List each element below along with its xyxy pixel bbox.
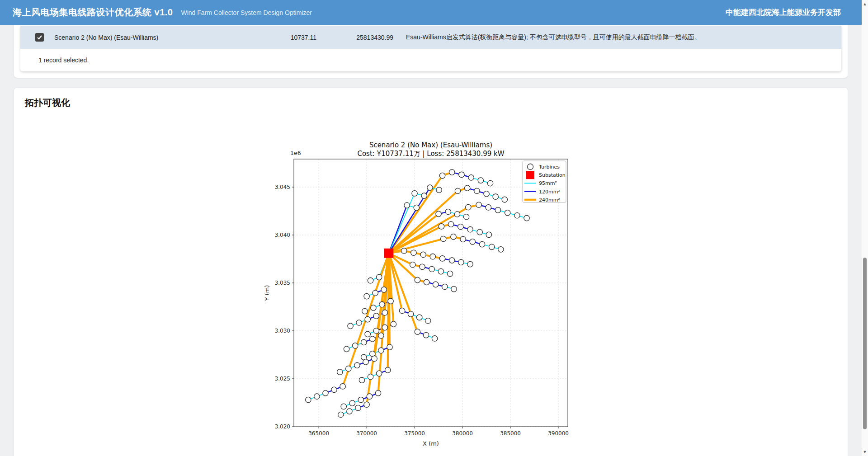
turbine-marker	[372, 356, 377, 361]
turbine-marker	[382, 324, 387, 330]
turbine-marker	[364, 293, 369, 299]
turbine-marker	[404, 202, 410, 208]
turbine-marker	[338, 412, 344, 417]
turbine-marker	[331, 387, 337, 392]
results-card: Scenario 2 (No Max) (Esau-Williams) 1073…	[14, 25, 848, 78]
scrollbar[interactable]: ▲ ▼	[862, 0, 868, 456]
turbine-marker	[364, 402, 369, 407]
turbine-marker	[399, 308, 405, 313]
turbine-marker	[448, 221, 453, 227]
y-tick-label: 3.040	[275, 232, 290, 238]
turbine-marker	[451, 234, 456, 240]
legend-turbine-icon	[528, 164, 533, 170]
turbine-marker	[359, 377, 364, 383]
turbine-marker	[421, 193, 427, 198]
turbine-marker	[514, 213, 520, 218]
turbine-marker	[439, 173, 445, 178]
topology-plot: 3650003700003750003800003850003900003.02…	[243, 126, 618, 456]
turbine-marker	[354, 362, 360, 368]
table-footer: 1 record selected.	[20, 49, 841, 71]
turbine-marker	[442, 284, 448, 289]
turbine-marker	[388, 298, 393, 304]
turbine-marker	[436, 187, 442, 193]
turbine-marker	[478, 178, 483, 183]
turbine-marker	[460, 236, 466, 242]
turbine-marker	[356, 320, 362, 325]
turbine-marker	[498, 247, 504, 252]
turbine-marker	[474, 188, 480, 193]
turbine-marker	[376, 274, 382, 280]
turbine-marker	[414, 205, 419, 210]
turbine-marker	[337, 369, 343, 375]
scrollbar-thumb[interactable]	[863, 258, 867, 429]
turbine-marker	[436, 211, 441, 216]
table-row[interactable]: Scenario 2 (No Max) (Esau-Williams) 1073…	[20, 26, 841, 49]
turbine-marker	[454, 212, 460, 217]
app-title-en: Wind Farm Collector System Design Optimi…	[181, 9, 311, 16]
turbine-marker	[373, 313, 379, 319]
turbine-marker	[376, 371, 382, 376]
turbine-marker	[439, 224, 444, 229]
turbine-marker	[487, 180, 493, 186]
scenario-description-cell: Esau-Williams启发式算法(权衡距离与容量); 不包含可选电缆型号，且…	[406, 33, 841, 42]
turbine-marker	[361, 339, 367, 345]
turbine-marker	[451, 286, 457, 291]
turbine-marker	[505, 210, 510, 216]
turbine-marker	[349, 400, 355, 406]
turbine-marker	[423, 332, 429, 338]
turbine-marker	[363, 359, 368, 365]
app-title-zh: 海上风电场集电线路设计优化系统 v1.0	[13, 6, 173, 19]
turbine-marker	[387, 344, 392, 350]
selection-status-text: 1 record selected.	[38, 56, 89, 64]
turbine-marker	[341, 404, 346, 409]
x-tick-label: 380000	[452, 430, 473, 437]
turbine-marker	[362, 308, 368, 314]
turbine-marker	[486, 232, 491, 237]
row-checkbox[interactable]	[35, 33, 44, 42]
turbine-marker	[408, 311, 413, 317]
turbine-marker	[420, 252, 426, 257]
turbine-marker	[476, 202, 481, 207]
scrollbar-up-arrow[interactable]: ▲	[862, 1, 868, 7]
turbine-marker	[365, 331, 370, 337]
turbine-marker	[416, 315, 422, 320]
legend-substation-icon	[526, 171, 534, 179]
turbine-marker	[323, 390, 328, 396]
y-tick-label: 3.025	[275, 376, 290, 382]
plot-title: Scenario 2 (No Max) (Esau-Williams)	[369, 141, 492, 149]
cable-segment-95mm	[389, 193, 415, 253]
scrollbar-down-arrow[interactable]: ▼	[862, 449, 868, 455]
turbine-markers	[306, 169, 530, 418]
turbine-marker	[373, 328, 379, 334]
turbine-marker	[449, 169, 455, 175]
turbine-marker	[368, 278, 373, 283]
turbine-marker	[420, 264, 425, 269]
turbine-marker	[346, 366, 351, 371]
turbine-marker	[347, 409, 352, 414]
turbine-marker	[378, 333, 384, 338]
turbine-marker	[467, 261, 473, 267]
x-axis-label: X (m)	[423, 440, 439, 447]
turbine-marker	[415, 277, 420, 282]
turbine-marker	[352, 343, 358, 348]
turbine-marker	[370, 336, 375, 342]
turbine-marker	[314, 394, 320, 399]
turbine-marker	[379, 302, 385, 307]
turbine-marker	[468, 175, 474, 180]
y-axis-offset-label: 1e6	[290, 150, 301, 156]
turbine-marker	[477, 229, 482, 235]
turbine-marker	[447, 271, 453, 276]
turbine-marker	[455, 188, 460, 193]
plot-subtitle: Cost: ¥10737.11万 | Loss: 25813430.99 kW	[357, 150, 504, 158]
y-axis-label: Y (m)	[264, 285, 270, 301]
scenario-loss-cell: 25813430.99	[316, 34, 393, 41]
turbine-marker	[385, 367, 391, 373]
x-tick-label: 370000	[356, 430, 377, 437]
turbine-marker	[439, 256, 445, 261]
turbine-marker	[484, 191, 489, 197]
turbine-marker	[348, 323, 353, 329]
legend-entry-label: 120mm²	[539, 189, 560, 195]
turbine-marker	[410, 262, 415, 268]
figure-container: 3650003700003750003800003850003900003.02…	[243, 126, 618, 456]
app-header: 海上风电场集电线路设计优化系统 v1.0 Wind Farm Collector…	[0, 0, 862, 25]
